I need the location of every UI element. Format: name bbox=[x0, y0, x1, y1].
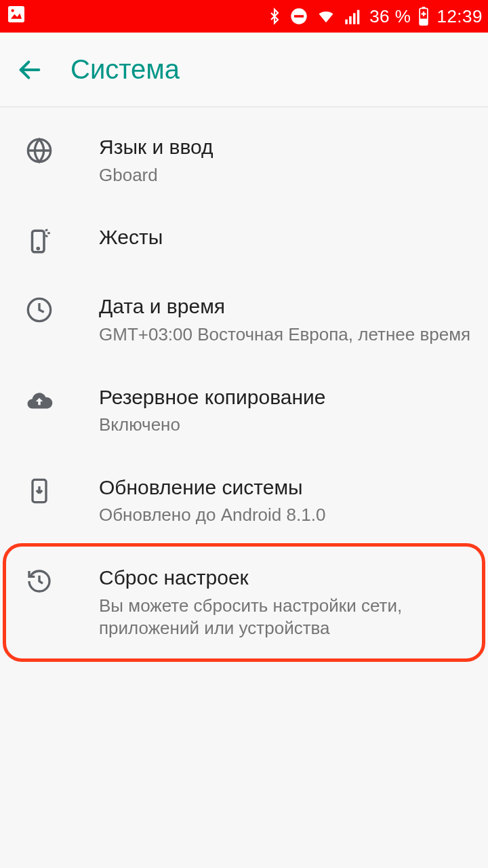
svg-rect-7 bbox=[353, 13, 356, 24]
item-gestures[interactable]: Жесты bbox=[0, 205, 488, 275]
globe-icon bbox=[20, 134, 58, 164]
gestures-icon bbox=[20, 224, 58, 256]
status-bar: 36 % 12:39 bbox=[0, 0, 488, 33]
svg-rect-11 bbox=[420, 19, 428, 25]
item-system-update[interactable]: Обновление системы Обновлено до Android … bbox=[0, 456, 488, 546]
svg-rect-6 bbox=[349, 16, 352, 24]
wifi-icon bbox=[315, 7, 337, 26]
svg-point-18 bbox=[37, 248, 39, 250]
cloud-upload-icon bbox=[20, 384, 58, 416]
item-title: Обновление системы bbox=[99, 475, 472, 500]
page-title: Система bbox=[70, 54, 180, 85]
item-title: Дата и время bbox=[99, 294, 472, 319]
app-bar: Система bbox=[0, 33, 488, 107]
svg-rect-5 bbox=[345, 20, 347, 24]
battery-icon bbox=[418, 7, 430, 26]
picture-icon bbox=[5, 3, 27, 30]
item-title: Язык и ввод bbox=[99, 134, 472, 160]
item-backup[interactable]: Резервное копирование Включено bbox=[0, 366, 488, 456]
svg-point-2 bbox=[12, 9, 14, 12]
clock: 12:39 bbox=[436, 6, 483, 27]
settings-list: Язык и ввод Gboard Жесты Дата и время GM… bbox=[0, 107, 488, 667]
svg-rect-8 bbox=[357, 10, 360, 24]
bluetooth-icon bbox=[266, 7, 283, 26]
item-subtitle: GMT+03:00 Восточная Европа, летнее время bbox=[99, 323, 472, 347]
svg-rect-13 bbox=[422, 13, 426, 14]
item-language-input[interactable]: Язык и ввод Gboard bbox=[0, 115, 488, 205]
back-button[interactable] bbox=[11, 51, 49, 89]
battery-percent: 36 % bbox=[369, 6, 411, 27]
system-update-icon bbox=[20, 475, 58, 505]
item-subtitle: Обновлено до Android 8.1.0 bbox=[99, 504, 472, 527]
highlight-annotation bbox=[3, 543, 485, 662]
item-date-time[interactable]: Дата и время GMT+03:00 Восточная Европа,… bbox=[0, 275, 488, 365]
dnd-icon bbox=[289, 7, 308, 26]
signal-icon bbox=[344, 7, 363, 26]
item-title: Жесты bbox=[99, 224, 472, 250]
svg-rect-4 bbox=[294, 15, 304, 18]
item-title: Резервное копирование bbox=[99, 384, 472, 410]
clock-icon bbox=[20, 294, 58, 323]
svg-rect-0 bbox=[8, 6, 24, 22]
item-subtitle: Gboard bbox=[99, 164, 472, 187]
item-subtitle: Включено bbox=[99, 414, 472, 437]
